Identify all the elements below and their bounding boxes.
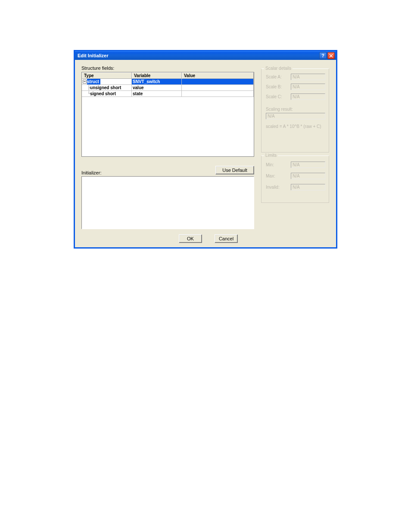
tree-row[interactable]: ├ unsigned short value [82, 85, 254, 91]
max-value: N/A [291, 173, 325, 179]
help-icon[interactable]: ? [319, 52, 327, 59]
ok-button[interactable]: OK [179, 234, 202, 243]
initializer-label: Initializer: [81, 170, 101, 175]
dialog-edit-initializer: Edit Initializer ? Structure fields: Typ… [74, 50, 337, 249]
structure-tree[interactable]: Type Variable Value − struct SNVT_switch [81, 72, 254, 157]
tree-type: unsigned short [90, 85, 121, 90]
col-header-variable[interactable]: Variable [132, 72, 182, 79]
col-header-value[interactable]: Value [182, 72, 254, 79]
col-header-type[interactable]: Type [82, 72, 132, 79]
scale-a-label: Scale A: [266, 75, 291, 79]
collapse-icon[interactable]: − [83, 80, 87, 84]
invalid-label: Invalid: [266, 185, 291, 190]
tree-row[interactable]: − struct SNVT_switch [82, 79, 254, 85]
tree-row[interactable]: └ signed short state [82, 91, 254, 97]
tree-header: Type Variable Value [82, 72, 254, 79]
title-text: Edit Initializer [78, 53, 318, 58]
scaling-result-value: N/A [266, 113, 325, 119]
close-icon[interactable] [327, 52, 335, 59]
scale-c-label: Scale C: [266, 94, 291, 99]
tree-var: SNVT_switch [133, 79, 160, 84]
scaling-formula: scaled = A * 10^B * (raw + C) [266, 124, 321, 129]
max-label: Max: [266, 174, 291, 178]
invalid-value: N/A [291, 184, 325, 190]
initializer-textarea[interactable] [81, 176, 254, 229]
scale-b-value: N/A [291, 84, 325, 90]
min-label: Min: [266, 162, 291, 167]
tree-type: struct [87, 79, 99, 84]
tree-var: value [133, 85, 144, 90]
titlebar: Edit Initializer ? [75, 51, 336, 60]
scaling-result-label: Scaling result: [266, 107, 293, 112]
scale-a-value: N/A [291, 74, 325, 80]
scalar-details-group: Scale A: N/A Scale B: N/A Scale C: N/A S… [261, 68, 329, 152]
cancel-button[interactable]: Cancel [215, 234, 238, 243]
dialog-client: Structure fields: Type Variable Value − … [75, 60, 336, 247]
limits-group: Min: N/A Max: N/A Invalid: N/A [261, 156, 329, 203]
scale-b-label: Scale B: [266, 84, 291, 89]
use-default-button[interactable]: Use Default [215, 166, 254, 174]
tree-var: state [133, 91, 143, 96]
tree-type: signed short [90, 91, 116, 96]
tree-branch-icon: └ [87, 91, 90, 96]
tree-branch-icon: ├ [87, 85, 90, 90]
structure-fields-label: Structure fields: [81, 65, 114, 71]
min-value: N/A [291, 162, 325, 168]
scale-c-value: N/A [291, 93, 325, 100]
